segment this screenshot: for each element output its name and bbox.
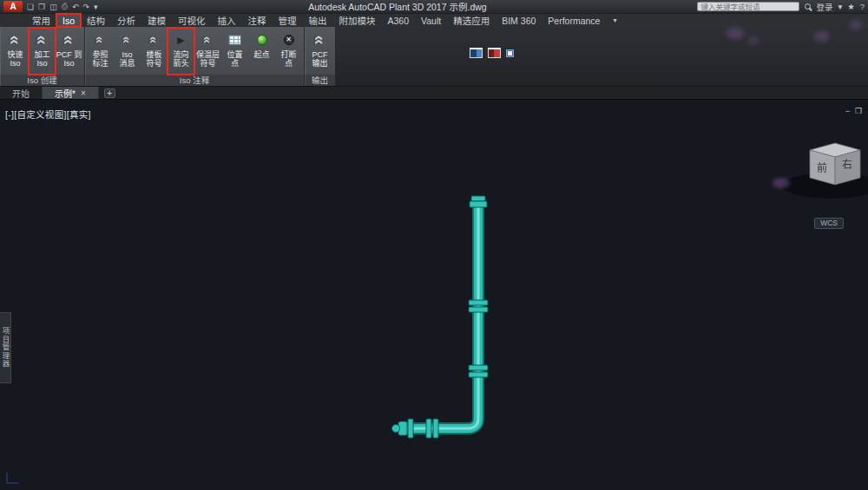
tab-analysis[interactable]: 分析 — [111, 14, 141, 27]
viewport-scene[interactable]: 前 右 — [0, 100, 868, 490]
quick-iso-button[interactable]: 快速 Iso — [2, 28, 29, 75]
new-tab-button[interactable]: + — [104, 88, 115, 98]
open-folder-icon[interactable]: ❐ — [38, 3, 45, 11]
window-title: Autodesk AutoCAD Plant 3D 2017 示例.dwg — [102, 0, 694, 13]
qat-dropdown-icon[interactable]: ▾ — [94, 3, 98, 11]
drawing-area[interactable]: [-][自定义视图][真实] − ❐ 前 右 — [0, 100, 868, 490]
pcf-output-button[interactable]: PCF 输出 — [306, 28, 333, 75]
mini-red-book-icon[interactable] — [488, 48, 501, 58]
flow-arrow-button[interactable]: 流向 箭头 — [168, 28, 194, 75]
tab-iso[interactable]: Iso — [56, 14, 81, 27]
file-tab-row: 开始 示例* × + — [0, 87, 868, 100]
reference-annotation-button[interactable]: 参照 标注 — [87, 28, 114, 75]
panel-label-iso-annotation[interactable]: Iso 注释 — [85, 75, 304, 86]
tab-performance[interactable]: Performance — [542, 14, 606, 27]
chevrons-icon — [65, 35, 74, 44]
floating-mini-icons — [470, 48, 514, 58]
tab-featured-apps[interactable]: 精选应用 — [447, 14, 496, 27]
viewport-window-buttons: − ❐ — [845, 107, 862, 115]
grid-icon — [228, 35, 241, 45]
signin-label[interactable]: 登录 — [816, 1, 832, 13]
file-tab-start[interactable]: 开始 — [0, 87, 43, 99]
chevrons-icon — [204, 36, 213, 42]
print-icon[interactable]: ⎙ — [62, 2, 68, 11]
tab-insert[interactable]: 插入 — [212, 14, 242, 27]
panel-label-iso-create[interactable]: Iso 创建 — [0, 75, 84, 86]
signin-dropdown-icon[interactable]: ▾ — [838, 2, 842, 11]
ucs-axes-icon — [7, 473, 18, 483]
chevrons-icon — [123, 36, 132, 42]
iso-message-button[interactable]: Iso 消息 — [114, 28, 141, 75]
ribbon-tabs: 常用 Iso 结构 分析 建模 可视化 插入 注释 管理 输出 附加模块 A36… — [26, 14, 606, 27]
tab-addins[interactable]: 附加模块 — [333, 14, 382, 27]
tab-manage[interactable]: 管理 — [273, 14, 303, 27]
undo-icon[interactable]: ↶ — [72, 3, 79, 11]
chevrons-icon — [316, 35, 325, 44]
break-point-button[interactable]: 打断 点 — [275, 28, 302, 75]
viewcube-front-label[interactable]: 前 — [817, 161, 827, 174]
green-point-icon — [257, 35, 267, 45]
panel-iso-annotation: 参照 标注 Iso 消息 楼板 符号 流向 — [85, 27, 305, 86]
tab-home[interactable]: 常用 — [26, 14, 56, 27]
redo-icon[interactable]: ↷ — [82, 3, 89, 11]
panel-iso-create: 快速 Iso 加工 Iso PCF 到 Iso Iso 创建 — [0, 27, 85, 86]
mini-white-chip-icon[interactable] — [506, 49, 514, 57]
viewport-minimize-icon[interactable]: − — [845, 107, 850, 115]
viewport-controls[interactable]: [-][自定义视图][真实] — [5, 108, 91, 121]
ribbon-display-toggle-icon[interactable]: ▾ — [613, 16, 616, 24]
ribbon-tab-bar: 常用 Iso 结构 分析 建模 可视化 插入 注释 管理 输出 附加模块 A36… — [0, 14, 868, 27]
pipe-model[interactable] — [392, 196, 489, 438]
autocad-app-logo-icon[interactable]: A — [3, 1, 23, 12]
save-icon[interactable]: ◫ — [49, 3, 57, 11]
quick-access-toolbar: ❏ ❐ ◫ ⎙ ↶ ↷ ▾ — [27, 2, 98, 11]
pcf-to-iso-button[interactable]: PCF 到 Iso — [56, 28, 82, 75]
location-point-button[interactable]: 位置 点 — [221, 28, 248, 75]
help-icon[interactable]: ? — [860, 2, 865, 11]
panel-output: PCF 输出 输出 — [305, 27, 336, 86]
flow-arrow-icon — [175, 36, 187, 44]
viewcube[interactable]: 前 右 — [810, 143, 860, 185]
insulation-symbol-button[interactable]: 保温层 符号 — [194, 28, 221, 75]
close-tab-icon[interactable]: × — [81, 88, 86, 98]
tab-vault[interactable]: Vault — [415, 14, 447, 27]
project-manager-tab[interactable]: 项目管理器 — [0, 312, 11, 383]
break-point-icon — [284, 35, 294, 45]
viewcube-right-label[interactable]: 右 — [842, 158, 852, 171]
tab-bim360[interactable]: BIM 360 — [496, 14, 542, 27]
floor-symbol-button[interactable]: 楼板 符号 — [141, 28, 168, 75]
chevrons-icon — [38, 35, 47, 44]
file-tab-drawing[interactable]: 示例* × — [43, 87, 99, 99]
start-point-button[interactable]: 起点 — [248, 28, 275, 75]
search-icon[interactable] — [805, 3, 811, 10]
machining-iso-button[interactable]: 加工 Iso — [29, 28, 56, 75]
chevrons-icon — [96, 36, 105, 42]
panel-label-output[interactable]: 输出 — [305, 75, 335, 86]
wcs-badge[interactable]: WCS — [814, 218, 844, 229]
tab-a360[interactable]: A360 — [382, 14, 416, 27]
infocenter: 登录 ▾ ★ ? — [697, 1, 865, 13]
ribbon: 快速 Iso 加工 Iso PCF 到 Iso Iso 创建 — [0, 27, 868, 87]
tab-structure[interactable]: 结构 — [81, 14, 111, 27]
mini-blue-book-icon[interactable] — [470, 48, 483, 58]
tab-modeling[interactable]: 建模 — [141, 14, 172, 27]
app-store-icon[interactable]: ★ — [847, 2, 855, 11]
new-file-icon[interactable]: ❏ — [27, 3, 34, 11]
project-manager-label: 项目管理器 — [0, 327, 10, 369]
tab-visualization[interactable]: 可视化 — [172, 14, 212, 27]
viewport-restore-icon[interactable]: ❐ — [855, 107, 862, 115]
chevrons-icon — [11, 35, 20, 44]
file-tabs: 开始 示例* × — [0, 87, 99, 99]
chevrons-icon — [150, 36, 159, 42]
tab-output[interactable]: 输出 — [303, 14, 333, 27]
title-bar: A ❏ ❐ ◫ ⎙ ↶ ↷ ▾ Autodesk AutoCAD Plant 3… — [0, 0, 868, 14]
search-input[interactable] — [697, 2, 799, 11]
tab-annotate[interactable]: 注释 — [242, 14, 273, 27]
